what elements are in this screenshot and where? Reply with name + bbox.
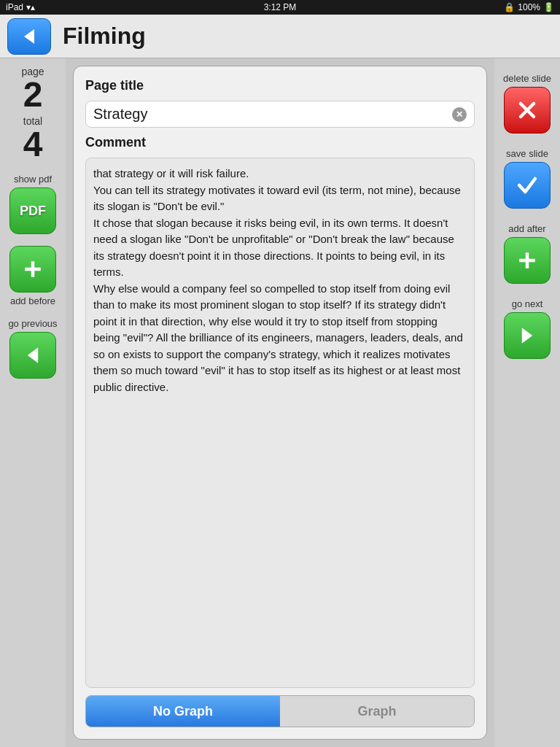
title-bar: Filming [0,15,560,58]
comment-box[interactable]: that strategy or it will risk failure.Yo… [85,158,475,688]
graph-option[interactable]: Graph [280,696,474,727]
go-previous-label: go previous [8,318,57,329]
delete-slide-label: delete slide [503,73,551,84]
show-pdf-section: show pdf PDF [9,174,56,234]
show-pdf-button[interactable]: PDF [9,187,56,234]
comment-label: Comment [85,135,475,150]
ipad-label: iPad [6,2,23,12]
slide-card: Page title ✕ Comment that strategy or it… [73,66,487,740]
time-display: 3:12 PM [264,2,297,12]
battery-icon: 🔋 [543,2,554,12]
wifi-icon: ▾▴ [26,2,35,12]
page-number: 2 [23,77,43,112]
show-pdf-label: show pdf [14,174,52,185]
battery-display: 100% [518,2,540,12]
svg-marker-3 [28,347,38,363]
go-previous-section: go previous [8,318,57,379]
delete-slide-button[interactable] [504,87,551,133]
right-sidebar: delete slide save slide add after [494,58,560,747]
save-slide-label: save slide [506,148,548,159]
lock-icon: 🔒 [504,2,515,12]
page-title-input-container: ✕ [85,101,475,128]
save-slide-section: save slide [504,148,551,209]
go-next-label: go next [512,298,543,309]
graph-label: Graph [357,704,396,719]
main-layout: page 2 total 4 show pdf PDF add before g… [0,58,560,747]
add-after-section: add after [504,223,551,284]
go-next-button[interactable] [504,312,551,359]
go-next-section: go next [504,298,551,359]
add-before-section: add before [9,246,56,306]
comment-text: that strategy or it will risk failure.Yo… [93,166,467,395]
pdf-icon-text: PDF [20,204,46,219]
add-after-button[interactable] [504,237,551,284]
page-title-input[interactable] [93,106,452,123]
left-sidebar: page 2 total 4 show pdf PDF add before g… [0,58,66,747]
svg-marker-8 [522,328,532,344]
add-before-button[interactable] [9,246,56,293]
no-graph-label: No Graph [153,704,213,719]
add-before-label: add before [10,295,55,306]
center-content: Page title ✕ Comment that strategy or it… [66,58,494,747]
go-previous-button[interactable] [9,332,56,379]
page-title: Filming [63,23,146,50]
save-slide-button[interactable] [504,162,551,209]
no-graph-option[interactable]: No Graph [86,696,280,727]
page-title-label: Page title [85,78,475,93]
delete-slide-section: delete slide [503,73,551,133]
svg-marker-0 [24,29,34,44]
status-bar: iPad ▾▴ 3:12 PM 🔒 100% 🔋 [0,0,560,15]
clear-title-button[interactable]: ✕ [452,107,467,122]
total-number: 4 [23,127,43,162]
back-button[interactable] [7,18,51,55]
graph-toggle-group: No Graph Graph [85,695,475,727]
add-after-label: add after [508,223,545,234]
